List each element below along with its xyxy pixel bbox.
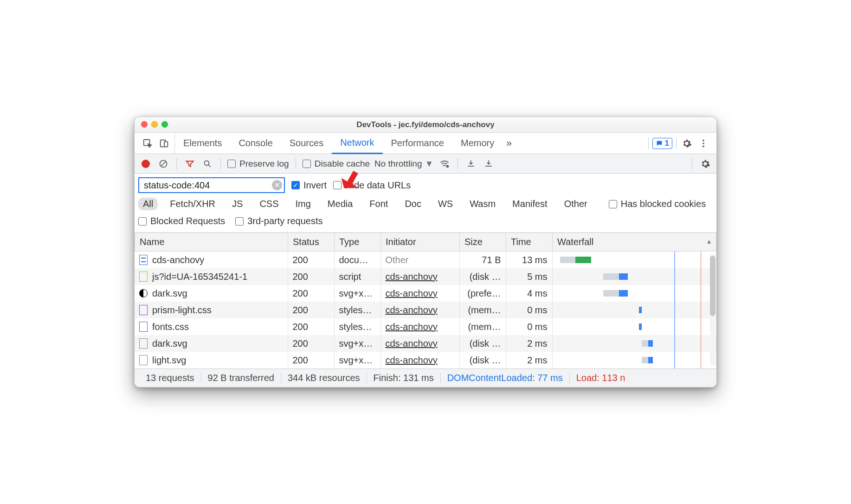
waterfall-cell: [552, 285, 716, 302]
network-conditions-icon[interactable]: [438, 157, 451, 170]
filter-input[interactable]: [143, 180, 272, 191]
type-cell: docu…: [334, 252, 380, 268]
size-cell: (prefe…: [459, 285, 506, 302]
status-cell: 200: [288, 352, 334, 368]
initiator-link[interactable]: cds-anchovy: [386, 322, 438, 332]
type-filter-media[interactable]: Media: [323, 198, 357, 210]
type-filter-other[interactable]: Other: [560, 198, 592, 210]
throttling-select[interactable]: No throttling ▼: [374, 159, 433, 169]
issues-badge[interactable]: 1: [652, 138, 672, 149]
request-name: light.svg: [152, 355, 186, 366]
device-toolbar-icon[interactable]: [158, 137, 171, 150]
export-har-icon[interactable]: [482, 157, 495, 170]
hide-data-urls-checkbox[interactable]: Hide data URLs: [333, 180, 411, 191]
initiator-link[interactable]: cds-anchovy: [386, 271, 438, 282]
time-cell: 5 ms: [506, 268, 552, 285]
waterfall-cell: [552, 352, 716, 368]
blocked-requests-label: Blocked Requests: [150, 216, 225, 226]
filter-toggle-icon[interactable]: [183, 157, 196, 170]
throttling-value: No throttling: [374, 159, 422, 169]
column-name[interactable]: Name: [135, 233, 288, 252]
more-panels-button[interactable]: »: [503, 137, 516, 150]
initiator-link[interactable]: cds-anchovy: [386, 288, 438, 298]
tab-sources[interactable]: Sources: [281, 133, 332, 154]
tab-elements[interactable]: Elements: [175, 133, 230, 154]
table-row[interactable]: light.svg200svg+x…cds-anchovy(disk …2 ms: [135, 352, 716, 368]
type-filter-all[interactable]: All: [138, 198, 158, 210]
size-cell: (disk …: [459, 352, 506, 368]
clear-filter-icon[interactable]: ✕: [272, 180, 282, 190]
type-cell: svg+x…: [334, 335, 380, 352]
kebab-menu-icon[interactable]: [697, 137, 710, 150]
preserve-log-checkbox[interactable]: Preserve log: [227, 159, 289, 169]
initiator-link[interactable]: cds-anchovy: [386, 355, 438, 365]
initiator-link[interactable]: cds-anchovy: [386, 338, 438, 349]
svg-point-4: [703, 142, 704, 144]
titlebar: DevTools - jec.fyi/demo/cds-anchovy: [135, 117, 716, 133]
request-name: js?id=UA-165345241-1: [152, 271, 247, 282]
table-row[interactable]: fonts.css200styles…cds-anchovy(mem…0 ms: [135, 318, 716, 335]
initiator-link[interactable]: cds-anchovy: [386, 305, 438, 315]
type-filter-wasm[interactable]: Wasm: [465, 198, 500, 210]
column-size[interactable]: Size: [460, 233, 506, 252]
requests-table-wrap: NameStatusTypeInitiatorSizeTimeWaterfall…: [135, 233, 716, 368]
type-filter-font[interactable]: Font: [365, 198, 393, 210]
type-cell: script: [334, 268, 380, 285]
request-name: fonts.css: [152, 322, 189, 332]
table-row[interactable]: js?id=UA-165345241-1200scriptcds-anchovy…: [135, 268, 716, 285]
column-waterfall[interactable]: Waterfall▲: [553, 233, 716, 252]
footer-dcl: DOMContentLoaded: 77 ms: [441, 373, 570, 383]
type-filter-doc[interactable]: Doc: [400, 198, 426, 210]
stylesheet-icon: [139, 305, 148, 315]
network-settings-icon[interactable]: [699, 157, 712, 170]
inspect-element-icon[interactable]: [141, 137, 154, 150]
column-type[interactable]: Type: [335, 233, 381, 252]
search-icon[interactable]: [201, 157, 214, 170]
third-party-checkbox[interactable]: 3rd-party requests: [235, 216, 322, 226]
table-row[interactable]: prism-light.css200styles…cds-anchovy(mem…: [135, 302, 716, 318]
settings-icon[interactable]: [680, 137, 693, 150]
request-name: cds-anchovy: [152, 255, 204, 265]
close-window-button[interactable]: [141, 121, 148, 128]
request-name: dark.svg: [152, 338, 187, 349]
import-har-icon[interactable]: [464, 157, 477, 170]
column-initiator[interactable]: Initiator: [381, 233, 460, 252]
filter-input-wrap[interactable]: ✕: [138, 177, 285, 193]
column-status[interactable]: Status: [288, 233, 335, 252]
vertical-scrollbar[interactable]: [710, 254, 716, 366]
tab-performance[interactable]: Performance: [383, 133, 453, 154]
disable-cache-checkbox[interactable]: Disable cache: [303, 159, 370, 169]
type-cell: styles…: [334, 318, 380, 335]
zoom-window-button[interactable]: [161, 121, 168, 128]
table-row[interactable]: dark.svg200svg+x…cds-anchovy(disk …2 ms: [135, 335, 716, 352]
requests-table: NameStatusTypeInitiatorSizeTimeWaterfall…: [135, 233, 716, 252]
type-filter-manifest[interactable]: Manifest: [508, 198, 552, 210]
tab-network[interactable]: Network: [332, 133, 382, 154]
type-filter-css[interactable]: CSS: [255, 198, 283, 210]
tab-console[interactable]: Console: [230, 133, 281, 154]
invert-checkbox[interactable]: ✓ Invert: [291, 180, 327, 191]
blocked-requests-checkbox[interactable]: Blocked Requests: [138, 216, 225, 226]
tab-memory[interactable]: Memory: [452, 133, 503, 154]
clear-button[interactable]: [157, 157, 170, 170]
svg-point-5: [703, 145, 704, 147]
size-cell: (mem…: [459, 318, 506, 335]
type-filter-ws[interactable]: WS: [433, 198, 458, 210]
type-filter-img[interactable]: Img: [291, 198, 316, 210]
size-cell: (mem…: [459, 302, 506, 318]
type-filter-fetchxhr[interactable]: Fetch/XHR: [165, 198, 220, 210]
footer-requests: 13 requests: [139, 373, 201, 383]
size-cell: (disk …: [459, 335, 506, 352]
footer-load: Load: 113 n: [570, 373, 632, 383]
type-filter-js[interactable]: JS: [227, 198, 247, 210]
status-cell: 200: [288, 318, 334, 335]
column-time[interactable]: Time: [506, 233, 553, 252]
footer-transferred: 92 B transferred: [201, 373, 281, 383]
table-row[interactable]: cds-anchovy200docu…Other71 B13 ms: [135, 252, 716, 268]
table-row[interactable]: dark.svg200svg+x…cds-anchovy(prefe…4 ms: [135, 285, 716, 302]
minimize-window-button[interactable]: [151, 121, 158, 128]
disable-cache-label: Disable cache: [315, 159, 370, 169]
initiator-text: Other: [386, 255, 409, 265]
has-blocked-cookies-checkbox[interactable]: Has blocked cookies: [609, 199, 706, 209]
record-button[interactable]: [139, 157, 152, 170]
